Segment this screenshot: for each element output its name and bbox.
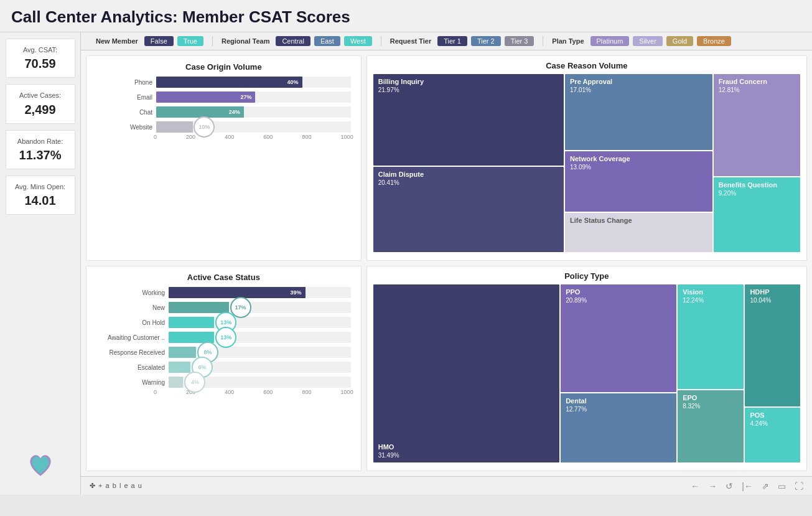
request-tier-3[interactable]: Tier 3 [505,36,534,46]
bar-fill: 27% [156,91,255,103]
request-tier-label: Request Tier [390,37,431,45]
avg-csat-label: Avg. CSAT: [11,45,70,54]
active-case-status-title: Active Case Status [94,273,353,282]
bar-track: 10% [156,121,351,133]
sidebar: Avg. CSAT: 70.59 Active Cases: 2,499 Aba… [0,32,81,495]
tableau-brand: ✤ + a b l e a u [90,482,142,490]
bar-row: Escalated 6% [96,362,351,373]
plan-type-silver[interactable]: Silver [633,36,663,46]
bar-track: 17% [169,302,351,313]
avg-csat-value: 70.59 [11,57,70,71]
footer-controls[interactable]: ← → ↺ |← ⇗ ▭ ⛶ [691,481,803,491]
regional-team-west[interactable]: West [344,36,372,46]
case-origin-title: Case Origin Volume [94,62,353,72]
charts-area: Case Origin Volume Phone 40% Email 27% C… [81,50,812,476]
back-icon[interactable]: ← [691,481,699,491]
bar-label: On Hold [96,319,165,326]
active-case-axis: 02004006008001000 [154,389,353,395]
bar-row: Phone 40% [96,77,351,88]
billing-inquiry-cell: Billing Inquiry 21.97% [373,74,564,166]
active-case-status-chart: Active Case Status Working 39% New 17% O… [86,266,362,471]
bar-pct: 40% [287,79,299,85]
bar-fill: 40% [156,77,302,88]
bar-fill [169,347,196,358]
bar-pct: 24% [229,109,240,115]
fraud-concern-cell: Fraud Concern 12.81% [714,74,800,176]
policy-type-treemap: HMO 31.49% PPO 20.89% Dental 12.77% [373,284,800,462]
bar-track: 13% [169,332,351,343]
logo-icon [25,450,56,481]
forward-icon[interactable]: → [708,481,717,491]
policy-col3: Vision 12.24% EPO 8.32% [678,284,744,462]
request-tier-1[interactable]: Tier 1 [437,36,467,46]
share-icon[interactable]: ⇗ [762,481,769,491]
bar-bubble: 13% [215,327,236,348]
policy-col4: HDHP 10.04% POS 4.24% [745,284,800,462]
regional-team-label: Regional Team [222,37,269,45]
logo-box [20,445,61,489]
active-cases-value: 2,499 [11,103,70,117]
claim-dispute-cell: Claim Dispute 20.41% [373,167,564,252]
bar-pct: 27% [240,94,251,100]
bar-fill: 39% [169,287,306,298]
plan-type-gold[interactable]: Gold [666,36,693,46]
policy-type-title: Policy Type [373,271,800,281]
avg-csat-box: Avg. CSAT: 70.59 [6,39,75,78]
pre-approval-cell: Pre Approval 17.01% [565,74,712,150]
bar-track: 39% [169,287,351,298]
right-charts: Case Reason Volume Billing Inquiry 21.97… [366,55,807,471]
new-member-filter[interactable]: New Member False True [87,36,213,46]
plan-type-platinum[interactable]: Platinum [590,36,630,46]
bar-fill [169,317,214,328]
reload-icon[interactable]: ↺ [726,481,733,491]
request-tier-filter[interactable]: Request Tier Tier 1 Tier 2 Tier 3 [381,36,544,46]
plan-type-bronze[interactable]: Bronze [697,36,731,46]
bar-label: Chat [96,109,152,116]
bar-track: 40% [156,77,351,88]
policy-type-chart: Policy Type HMO 31.49% PPO 20.89% [366,266,807,471]
desktop-icon[interactable]: ▭ [778,481,786,491]
bar-label: Phone [96,79,152,86]
bar-label: Email [96,94,152,101]
case-reason-col2: Pre Approval 17.01% Network Coverage 13.… [565,74,712,252]
bar-fill [169,302,229,313]
epo-cell: EPO 8.32% [678,390,744,462]
bar-row: Awaiting Customer .. 13% [96,332,351,343]
bar-bubble: 4% [184,372,205,393]
case-reason-chart: Case Reason Volume Billing Inquiry 21.97… [366,55,807,261]
active-cases-label: Active Cases: [11,91,70,100]
bar-label: Escalated [96,364,165,371]
skip-start-icon[interactable]: |← [742,481,753,491]
main-area: New Member False True Regional Team Cent… [81,32,812,495]
life-status-change-cell: Life Status Change [565,213,712,252]
bar-label: Warning [96,379,165,386]
bar-label: New [96,304,165,311]
case-reason-treemap: Billing Inquiry 21.97% Claim Dispute 20.… [373,74,800,252]
left-charts: Case Origin Volume Phone 40% Email 27% C… [86,55,362,471]
bar-row: Email 27% [96,91,351,103]
bar-label: Response Received [96,349,165,356]
case-origin-axis: 02004006008001000 [154,134,353,140]
abandon-rate-value: 11.37% [11,148,70,162]
bar-pct: 39% [291,289,302,296]
regional-team-filter[interactable]: Regional Team Central East West [213,36,381,46]
regional-team-central[interactable]: Central [276,36,310,46]
bar-row: Website 10% [96,121,351,133]
bar-label: Website [96,124,152,131]
bar-row: Working 39% [96,287,351,298]
new-member-true[interactable]: True [177,36,203,46]
bar-fill [169,362,190,373]
fullscreen-icon[interactable]: ⛶ [795,481,803,491]
bar-fill [156,121,193,133]
request-tier-2[interactable]: Tier 2 [471,36,501,46]
regional-team-east[interactable]: East [314,36,340,46]
ppo-cell: PPO 20.89% [561,284,676,392]
bar-bubble: 10% [194,116,215,138]
plan-type-filter[interactable]: Plan Type Platinum Silver Gold Bronze [543,36,740,46]
active-cases-box: Active Cases: 2,499 [6,84,75,123]
avg-mins-open-label: Avg. Mins Open: [11,182,70,191]
new-member-label: New Member [96,37,138,45]
dental-cell: Dental 12.77% [561,393,676,462]
new-member-false[interactable]: False [144,36,174,46]
bar-track: 4% [169,377,351,388]
